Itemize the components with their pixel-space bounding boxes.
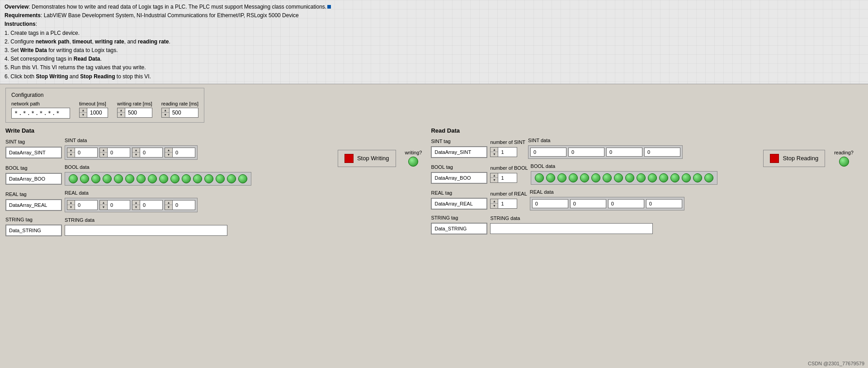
sint-tag-input-write[interactable] xyxy=(5,147,62,158)
reading-rate-up-btn[interactable]: ▲ xyxy=(162,108,169,113)
bool-leds-write xyxy=(65,172,251,186)
middle-controls: Stop Writing writing? xyxy=(329,127,431,167)
real2-val-write: 0 xyxy=(140,201,156,209)
real-data-col-write: REAL data ▲▼ 0 ▲▼ 0 ▲▼ 0 xyxy=(65,190,198,212)
real-tag-col-read: REAL tag xyxy=(431,190,487,210)
stop-writing-button[interactable]: Stop Writing xyxy=(338,150,396,167)
step2: 2. Configure network path, timeout, writ… xyxy=(5,38,863,46)
reading-rate-down-btn[interactable]: ▼ xyxy=(162,113,169,117)
real0-down-write[interactable]: ▼ xyxy=(67,205,75,210)
sint-spinner-0-write: ▲▼ 0 xyxy=(67,148,98,158)
real3-down-write[interactable]: ▼ xyxy=(165,205,172,210)
sint2-val-write: 0 xyxy=(140,148,156,157)
bool-led-read-13 xyxy=(682,173,691,182)
string-data-input-read xyxy=(490,223,653,234)
sint2-up-write[interactable]: ▲ xyxy=(132,148,140,153)
bool-led-write-13[interactable] xyxy=(216,174,225,183)
string-write-row: STRING tag STRING data xyxy=(5,217,329,236)
real-read-1 xyxy=(570,199,606,208)
bool-led-write-5[interactable] xyxy=(125,174,134,183)
writing-rate-up-btn[interactable]: ▲ xyxy=(118,108,125,113)
reading-rate-spinner-btns: ▲ ▼ xyxy=(162,108,170,117)
bool-tag-input-read[interactable] xyxy=(431,172,487,184)
real-tag-input-write[interactable] xyxy=(5,199,62,211)
num-real-down[interactable]: ▼ xyxy=(491,204,498,208)
real2-down-write[interactable]: ▼ xyxy=(132,205,140,210)
real-read-values xyxy=(530,197,684,210)
writing-rate-spinner-btns: ▲ ▼ xyxy=(118,108,125,117)
bool-led-write-0[interactable] xyxy=(69,174,78,183)
bool-led-write-3[interactable] xyxy=(103,174,112,183)
real-tag-input-read[interactable] xyxy=(431,198,487,210)
sint1-up-write[interactable]: ▲ xyxy=(100,148,107,153)
num-real-spinner: ▲▼ 1 xyxy=(490,199,517,209)
bool-led-write-8[interactable] xyxy=(159,174,168,183)
num-sint-down[interactable]: ▼ xyxy=(491,152,498,157)
real0-up-write[interactable]: ▲ xyxy=(67,201,75,205)
num-real-col: number of REAL ▲▼ 1 xyxy=(490,191,527,209)
sint1-down-write[interactable]: ▼ xyxy=(100,153,107,157)
sint2-down-write[interactable]: ▼ xyxy=(132,153,140,157)
writing-rate-down-btn[interactable]: ▼ xyxy=(118,113,125,117)
string-tag-col: STRING tag xyxy=(5,217,62,236)
bool-led-write-15[interactable] xyxy=(238,174,247,183)
string-data-label-write: STRING data xyxy=(65,217,227,223)
string-data-input-write[interactable] xyxy=(65,225,227,236)
num-sint-up[interactable]: ▲ xyxy=(491,148,498,152)
writing-indicator: writing? xyxy=(405,150,422,167)
network-path-field: network path xyxy=(11,101,70,119)
reading-rate-value: 500 xyxy=(170,108,190,117)
real-read-2 xyxy=(608,199,644,208)
real3-up-write[interactable]: ▲ xyxy=(165,201,172,205)
sint-spinner-2-write: ▲▼ 0 xyxy=(132,148,163,158)
num-bool-up[interactable]: ▲ xyxy=(491,173,498,178)
sint0-down-write[interactable]: ▼ xyxy=(67,153,75,157)
timeout-spinner-btns: ▲ ▼ xyxy=(80,108,87,117)
bool-led-write-4[interactable] xyxy=(114,174,123,183)
bool-tag-input-write[interactable] xyxy=(5,173,62,185)
sint3-up-write[interactable]: ▲ xyxy=(165,148,172,153)
bool-led-read-12 xyxy=(670,173,679,182)
bool-led-read-4 xyxy=(580,173,589,182)
real1-down-write[interactable]: ▼ xyxy=(100,205,107,210)
sint3-down-write[interactable]: ▼ xyxy=(165,153,172,157)
bool-data-label-write: BOOL data xyxy=(65,164,251,170)
writing-rate-label: writing rate [ms] xyxy=(117,101,152,106)
bool-led-write-14[interactable] xyxy=(227,174,236,183)
bool-led-write-6[interactable] xyxy=(137,174,146,183)
network-path-input[interactable] xyxy=(11,108,70,119)
reading-rate-spinner: ▲ ▼ 500 xyxy=(161,108,199,118)
string-tag-input-write[interactable] xyxy=(5,225,62,236)
sint-tag-input-read[interactable] xyxy=(431,146,487,158)
writing-label: writing? xyxy=(405,150,422,155)
step3: 3. Set Write Data for writing data to Lo… xyxy=(5,46,863,55)
timeout-spinner: ▲ ▼ 1000 xyxy=(79,108,108,118)
bool-led-write-12[interactable] xyxy=(204,174,213,183)
real2-up-write[interactable]: ▲ xyxy=(132,201,140,205)
sint0-up-write[interactable]: ▲ xyxy=(67,148,75,153)
timeout-up-btn[interactable]: ▲ xyxy=(80,108,87,113)
num-real-up[interactable]: ▲ xyxy=(491,199,498,204)
sint0-val-write: 0 xyxy=(75,148,91,157)
writing-rate-value: 500 xyxy=(125,108,146,117)
bool-led-write-1[interactable] xyxy=(80,174,89,183)
real1-up-write[interactable]: ▲ xyxy=(100,201,107,205)
num-bool-down[interactable]: ▼ xyxy=(491,178,498,182)
stop-reading-label: Stop Reading xyxy=(783,155,818,162)
bool-led-write-7[interactable] xyxy=(148,174,157,183)
bool-tag-col: BOOL tag xyxy=(5,165,62,185)
sint-read-0 xyxy=(530,148,566,157)
real3-val-write: 0 xyxy=(173,201,189,209)
bool-led-write-11[interactable] xyxy=(193,174,202,183)
step4: 4. Set corresponding tags in Read Data. xyxy=(5,55,863,63)
bool-led-write-2[interactable] xyxy=(91,174,100,183)
timeout-down-btn[interactable]: ▼ xyxy=(80,113,87,117)
string-tag-input-read[interactable] xyxy=(431,223,487,234)
bool-led-write-10[interactable] xyxy=(182,174,191,183)
reading-rate-field: reading rate [ms] ▲ ▼ 500 xyxy=(161,101,199,118)
read-data-section: Read Data SINT tag number of SINT ▲▼ 1 S… xyxy=(431,127,754,239)
stop-reading-button[interactable]: Stop Reading xyxy=(763,150,825,167)
num-sint-col: number of SINT ▲▼ 1 xyxy=(490,139,525,157)
bool-led-write-9[interactable] xyxy=(170,174,179,183)
bool-led-read-3 xyxy=(569,173,578,182)
